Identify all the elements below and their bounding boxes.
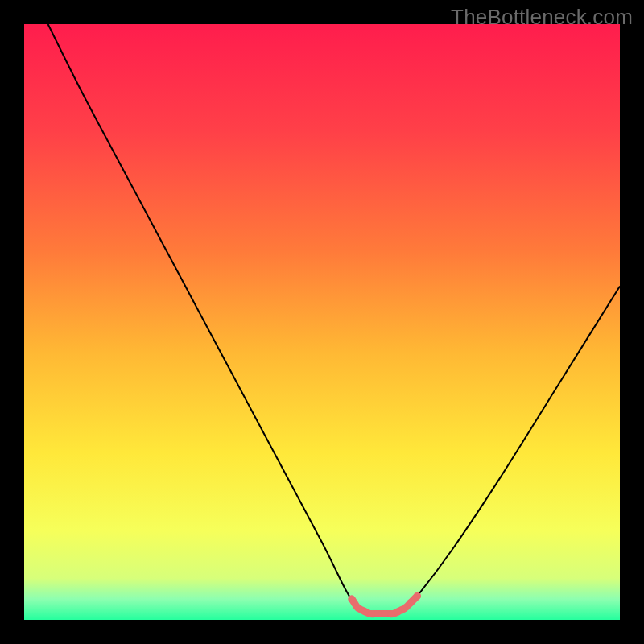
valley-dot: [401, 605, 408, 612]
valley-dot: [381, 610, 388, 617]
valley-dot: [374, 610, 382, 617]
valley-dot: [387, 610, 394, 617]
valley-dot: [368, 610, 375, 617]
bottleneck-chart: [24, 24, 620, 620]
valley-dot: [407, 599, 415, 606]
valley-dot: [414, 592, 421, 600]
chart-frame: TheBottleneck.com: [0, 0, 644, 644]
plot-area: [24, 24, 620, 620]
gradient-background: [24, 24, 620, 620]
valley-dot: [349, 596, 356, 603]
valley-dot: [394, 609, 401, 616]
valley-dot: [355, 605, 362, 612]
valley-dot: [361, 608, 369, 615]
